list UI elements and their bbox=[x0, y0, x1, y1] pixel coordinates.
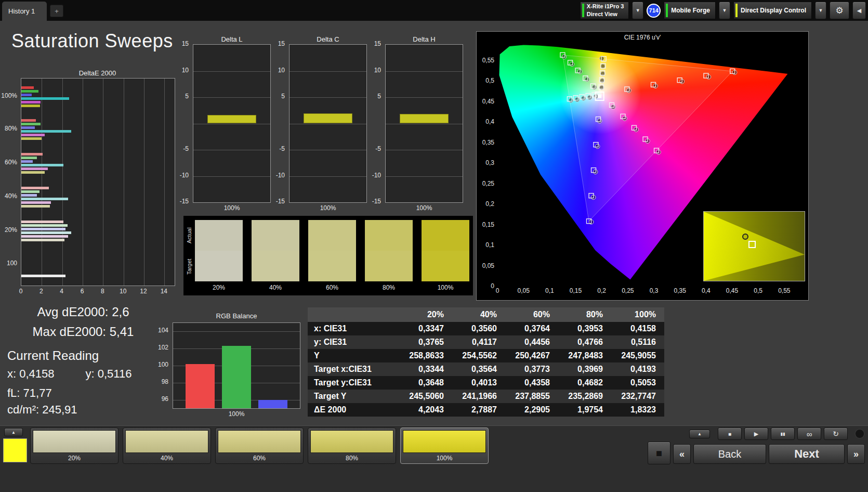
cie-x-tick: 0,05 bbox=[515, 287, 532, 294]
next-button[interactable]: Next bbox=[769, 444, 845, 464]
deltae-bar bbox=[21, 94, 32, 96]
source-dropdown-arrow[interactable]: ▼ bbox=[719, 2, 730, 19]
cie-measured-point bbox=[597, 119, 602, 123]
meter-dropdown-arrow[interactable]: ▼ bbox=[632, 2, 643, 19]
table-cell: 237,8855 bbox=[505, 390, 558, 403]
cie-measured-point bbox=[570, 62, 574, 67]
plot-area bbox=[193, 44, 271, 203]
swatch-label: 100% bbox=[422, 284, 469, 291]
current-cdm2-readout: cd/m²: 245,91 bbox=[7, 403, 77, 417]
deltae-bar bbox=[21, 105, 40, 107]
deltae-bar bbox=[21, 275, 65, 277]
navigation-controls: ◼ « Back Next » bbox=[648, 442, 865, 464]
current-y-value: y: 0,5116 bbox=[86, 367, 132, 380]
de-x-tick: 10 bbox=[117, 288, 129, 295]
delta-y-tick: -15 bbox=[372, 198, 381, 205]
delta-y-tick: 15 bbox=[278, 40, 285, 47]
delta-y-tick: -10 bbox=[276, 172, 285, 179]
saturation-patch-button[interactable]: 20% bbox=[30, 428, 119, 464]
delta-gridline bbox=[290, 124, 366, 124]
table-row-label: Target Y bbox=[308, 390, 399, 403]
current-fl-readout: fL: 71,77 bbox=[7, 386, 52, 400]
table-cell: 250,4267 bbox=[505, 349, 558, 362]
table-header-cell: 100% bbox=[611, 307, 664, 322]
cie-x-axis: 00,050,10,150,20,250,30,350,40,450,50,55 bbox=[497, 287, 804, 295]
deltae-bar bbox=[21, 224, 68, 227]
add-tab-button[interactable]: + bbox=[50, 5, 63, 17]
cie-x-tick: 0,2 bbox=[594, 287, 610, 294]
table-cell: 254,5562 bbox=[452, 349, 505, 362]
patch-label: 100% bbox=[401, 455, 488, 462]
play-button[interactable]: ▶ bbox=[744, 428, 768, 440]
de-x-tick: 4 bbox=[56, 288, 68, 295]
delta-y-tick: 10 bbox=[374, 67, 381, 74]
loop-button[interactable]: ∞ bbox=[797, 428, 821, 440]
y-axis: 15105-5-10-15 bbox=[271, 44, 287, 202]
deltae-bar bbox=[21, 201, 51, 204]
cie-y-tick: 0,3 bbox=[485, 159, 494, 166]
first-page-icon[interactable]: « bbox=[673, 444, 691, 464]
expand-swatch-button[interactable]: ▲ bbox=[4, 428, 23, 436]
refresh-button[interactable]: ↻ bbox=[824, 428, 848, 440]
de-gridline bbox=[62, 79, 63, 286]
delta-gridline bbox=[193, 97, 270, 98]
cie-zoom-inset bbox=[703, 211, 805, 281]
deltae-bar bbox=[21, 228, 65, 230]
saturation-patch-button[interactable]: 60% bbox=[215, 428, 304, 464]
rgb-bar-blue bbox=[258, 400, 287, 408]
de-y-tick: 40% bbox=[5, 192, 17, 200]
status-light bbox=[854, 429, 865, 439]
table-header-cell: 40% bbox=[452, 307, 505, 322]
source-selector[interactable]: Mobile Forge bbox=[664, 2, 716, 19]
deltae-bar bbox=[21, 101, 41, 103]
table-cell: 258,8633 bbox=[399, 349, 452, 362]
cie-measured-point bbox=[562, 55, 567, 59]
cie-x-tick: 0 bbox=[489, 287, 506, 294]
cie-x-tick: 0,35 bbox=[672, 287, 688, 294]
expand-controls-button[interactable]: ▲ bbox=[689, 430, 710, 438]
table-cell: 0,3560 bbox=[452, 322, 505, 335]
current-xy-readout: x: 0,4158y: 0,5116 bbox=[7, 367, 131, 381]
deltae-bar bbox=[21, 160, 33, 163]
saturation-patch-button[interactable]: 40% bbox=[123, 428, 211, 464]
display-dropdown-arrow[interactable]: ▼ bbox=[815, 2, 826, 19]
deltae-bar bbox=[21, 164, 63, 166]
display-control-selector[interactable]: Direct Display Control bbox=[733, 2, 812, 19]
deltae-bar bbox=[21, 97, 69, 100]
deltae-bar bbox=[21, 171, 45, 174]
de-x-tick: 6 bbox=[76, 288, 88, 295]
last-page-icon[interactable]: » bbox=[847, 444, 865, 464]
saturation-patch-button[interactable]: 100% bbox=[400, 428, 489, 464]
delta-bar bbox=[400, 114, 449, 123]
pause-button[interactable]: ▮▮ bbox=[771, 428, 795, 440]
tab-history-1[interactable]: History 1 bbox=[2, 2, 47, 21]
back-button[interactable]: Back bbox=[693, 444, 766, 464]
actual-swatch bbox=[252, 220, 299, 251]
deltae-bar bbox=[21, 119, 36, 122]
table-cell: 0,3953 bbox=[558, 322, 611, 335]
settings-gear-icon[interactable]: ⚙ bbox=[830, 2, 849, 19]
saturation-patch-row: 20%40%60%80%100% bbox=[30, 428, 489, 464]
de-x-tick: 12 bbox=[137, 288, 150, 295]
de-gridline bbox=[124, 79, 124, 286]
table-cell: 0,5053 bbox=[611, 376, 664, 390]
deltae-bar bbox=[21, 239, 64, 241]
cie-measured-point bbox=[611, 105, 615, 109]
table-cell: 0,4766 bbox=[558, 335, 611, 349]
table-header-cell: 60% bbox=[505, 307, 558, 322]
patch-window-button[interactable]: ◼ bbox=[648, 442, 670, 464]
stop-button[interactable]: ■ bbox=[718, 428, 742, 440]
rgb-bar-green bbox=[222, 346, 251, 408]
y-axis: 15105-5-10-15 bbox=[175, 44, 191, 202]
table-cell: 0,3648 bbox=[399, 376, 452, 390]
cie-x-tick: 0,3 bbox=[646, 287, 662, 294]
max-de2000-readout: Max dE2000: 5,41 bbox=[5, 325, 161, 339]
table-cell: 2,7887 bbox=[452, 403, 505, 417]
deltae-bar bbox=[21, 90, 38, 93]
collapse-panel-icon[interactable]: ◀ bbox=[852, 2, 866, 19]
deltae-bar bbox=[21, 126, 35, 129]
saturation-patch-button[interactable]: 80% bbox=[308, 428, 396, 464]
delta-y-tick: 15 bbox=[374, 40, 381, 47]
table-cell: 0,4117 bbox=[452, 335, 505, 349]
meter-selector[interactable]: X-Rite i1Pro 3 Direct View bbox=[580, 2, 629, 19]
